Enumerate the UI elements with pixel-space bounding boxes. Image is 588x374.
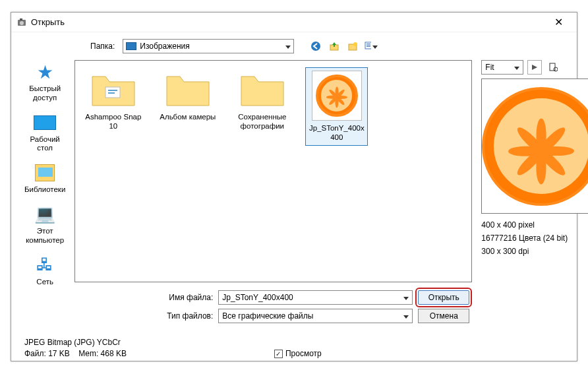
computer-icon: 💻 [33, 204, 57, 225]
new-folder-button[interactable] [345, 39, 360, 53]
checkbox-icon: ✓ [274, 350, 283, 358]
sidebar-item-label: Сеть [36, 278, 53, 287]
play-button[interactable] [527, 60, 542, 75]
meta-dpi: 300 x 300 dpi [481, 247, 588, 256]
filename-label: Имя файла: [154, 293, 213, 302]
folder-icon [164, 70, 212, 109]
cancel-button[interactable]: Отмена [418, 309, 469, 323]
dialog-title: Открыть [31, 17, 545, 27]
sidebar-item-network[interactable]: 🖧 Сеть [33, 255, 57, 287]
file-item-folder[interactable]: Сохраненные фотографии [231, 67, 293, 134]
svg-rect-8 [367, 44, 370, 44]
svg-rect-2 [20, 18, 22, 20]
file-item-label: Jp_STonY_400x400 [309, 123, 365, 142]
sidebar-item-label: Библиотеки [24, 185, 65, 195]
filetype-value: Все графические файлы [222, 311, 313, 321]
file-item-label: Сохраненные фотографии [233, 112, 291, 131]
sidebar-item-label: Рабочий стол [24, 135, 65, 154]
file-item-folder[interactable]: Альбом камеры [156, 67, 219, 124]
svg-rect-12 [108, 90, 117, 91]
svg-rect-10 [367, 46, 370, 47]
sidebar-item-quick-access[interactable]: ★ Быстрый доступ [24, 61, 65, 103]
folder-toolbar: Папка: Изображения [11, 32, 577, 60]
status-bar: JPEG Bitmap (JPG) YCbCr Файл: 17 KB Mem:… [11, 334, 577, 361]
meta-dimensions: 400 x 400 pixel [481, 220, 588, 230]
app-icon [16, 17, 27, 28]
chevron-down-icon [285, 42, 291, 51]
image-thumbnail [312, 71, 362, 121]
meta-colors: 16777216 Цвета (24 bit) [481, 234, 588, 243]
filename-value: Jp_STonY_400x400 [222, 293, 293, 302]
star-icon: ★ [33, 61, 57, 82]
folder-icon [90, 70, 137, 109]
print-preview-button[interactable] [546, 60, 560, 75]
folder-icon [239, 70, 286, 109]
file-selection-rows: Имя файла: Jp_STonY_400x400 Открыть Тип … [74, 288, 472, 330]
folder-current: Изображения [140, 42, 189, 51]
svg-rect-13 [108, 92, 115, 94]
chevron-down-icon [403, 311, 409, 321]
view-menu-button[interactable] [364, 39, 378, 53]
svg-point-1 [20, 21, 24, 25]
places-sidebar: ★ Быстрый доступ Рабочий стол Библиотеки… [24, 60, 65, 330]
image-metadata: 400 x 400 pixel 16777216 Цвета (24 bit) … [481, 220, 588, 256]
filename-input[interactable]: Jp_STonY_400x400 [218, 290, 413, 305]
file-item-folder[interactable]: Ashampoo Snap 10 [82, 67, 144, 134]
up-folder-button[interactable] [327, 39, 341, 53]
sidebar-item-this-pc[interactable]: 💻 Этот компьютер [24, 204, 65, 245]
titlebar: Открыть ✕ [11, 13, 577, 32]
sidebar-item-label: Быстрый доступ [24, 84, 65, 103]
main-area: ★ Быстрый доступ Рабочий стол Библиотеки… [11, 60, 577, 334]
open-file-dialog: Открыть ✕ Папка: Изображения ★ Быстрый д… [11, 12, 577, 361]
libraries-icon [33, 162, 57, 183]
svg-point-6 [353, 42, 357, 46]
sidebar-item-desktop[interactable]: Рабочий стол [24, 112, 65, 154]
preview-panel: Fit 400 x 400 pixel 16777216 Цвета (24 b… [481, 60, 588, 330]
svg-rect-9 [367, 45, 370, 46]
status-format: JPEG Bitmap (JPG) YCbCr [24, 338, 564, 347]
desktop-icon [33, 112, 57, 133]
chevron-down-icon [372, 42, 378, 51]
zoom-fit-dropdown[interactable]: Fit [481, 60, 523, 75]
file-item-image-selected[interactable]: Jp_STonY_400x400 [305, 67, 368, 146]
chevron-down-icon [403, 293, 409, 302]
back-button[interactable] [309, 39, 323, 53]
close-button[interactable]: ✕ [545, 13, 572, 32]
svg-point-3 [311, 42, 320, 51]
preview-image [481, 78, 588, 214]
folder-label: Папка: [90, 42, 115, 51]
file-list-view[interactable]: Ashampoo Snap 10 Альбом камеры Сохраненн… [74, 60, 472, 282]
file-item-label: Ashampoo Snap 10 [84, 112, 142, 131]
filetype-label: Тип файлов: [154, 311, 213, 321]
svg-rect-14 [550, 63, 555, 71]
chevron-down-icon [514, 63, 519, 72]
sidebar-item-label: Этот компьютер [24, 227, 65, 245]
file-item-label: Альбом камеры [160, 112, 216, 121]
preview-checkbox[interactable]: ✓ Просмотр [274, 349, 322, 358]
folder-dropdown[interactable]: Изображения [123, 39, 294, 53]
open-button[interactable]: Открыть [418, 290, 469, 305]
pictures-folder-icon [126, 42, 136, 50]
filetype-dropdown[interactable]: Все графические файлы [218, 309, 413, 323]
sidebar-item-libraries[interactable]: Библиотеки [24, 162, 65, 195]
network-icon: 🖧 [33, 255, 57, 276]
status-file-size: Файл: 17 KB Mem: 468 KB [24, 349, 127, 358]
